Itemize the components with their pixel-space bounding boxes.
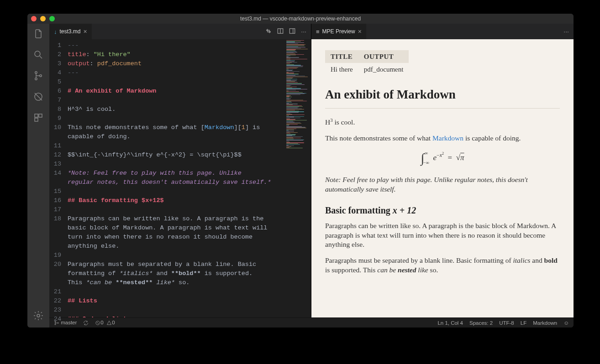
line-gutter: 123456789101112131415161718192021222324	[49, 39, 68, 317]
svg-point-0	[35, 51, 40, 57]
editor-tab-actions: ···	[265, 24, 311, 39]
activity-bar	[27, 24, 49, 328]
preview-paragraph: This note demonstrates some of what Mark…	[325, 134, 560, 143]
minimize-window-button[interactable]	[40, 16, 46, 21]
markdown-preview-pane[interactable]: TITLE OUTPUT Hi there pdf_document An ex…	[311, 39, 574, 317]
svg-line-1	[40, 56, 42, 58]
settings-gear-icon[interactable]	[33, 310, 44, 323]
explorer-icon[interactable]	[33, 28, 44, 41]
code-editor[interactable]: 123456789101112131415161718192021222324 …	[49, 39, 311, 317]
search-icon[interactable]	[33, 49, 44, 62]
sync-icon[interactable]	[83, 320, 89, 326]
more-actions-icon[interactable]: ···	[301, 28, 306, 35]
preview-paragraph: Paragraphs must be separated by a blank …	[325, 256, 560, 275]
errors-warnings-status[interactable]: 0 0	[95, 320, 115, 326]
titlebar[interactable]: test3.md — vscode-markdown-preview-enhan…	[27, 14, 574, 24]
tab-label: test3.md	[60, 28, 81, 35]
encoding-status[interactable]: UTF-8	[499, 320, 514, 326]
divider	[325, 108, 560, 109]
cursor-position-status[interactable]: Ln 1, Col 4	[437, 320, 463, 326]
traffic-lights	[31, 16, 55, 21]
svg-point-16	[55, 324, 56, 325]
indentation-status[interactable]: Spaces: 2	[469, 320, 493, 326]
svg-rect-13	[290, 28, 295, 33]
compare-changes-icon[interactable]	[265, 28, 272, 36]
preview-tab-group: ≡ MPE Preview × ···	[311, 24, 574, 39]
code-content[interactable]: ---title: "Hi there"output: pdf_document…	[68, 39, 285, 317]
extensions-icon[interactable]	[33, 112, 44, 125]
preview-tab-actions: ···	[563, 24, 574, 39]
source-control-icon[interactable]	[33, 70, 44, 83]
svg-rect-7	[35, 114, 38, 117]
markdown-file-icon: ↓	[54, 28, 57, 35]
math-display: ∫∞−∞ e−x2 = √π	[325, 150, 560, 167]
split-editor-icon[interactable]	[289, 28, 295, 36]
language-mode-status[interactable]: Markdown	[533, 320, 557, 326]
eol-status[interactable]: LF	[521, 320, 526, 326]
preview-paragraph: H3 is cool.	[325, 117, 560, 127]
content-area: 123456789101112131415161718192021222324 …	[49, 39, 574, 317]
svg-rect-9	[35, 118, 38, 121]
feedback-smiley-icon[interactable]: ☺	[563, 320, 569, 326]
preview-h2: Basic formatting x + 12	[325, 204, 560, 217]
table-cell: pdf_document	[358, 63, 409, 76]
tab-bars: ↓ test3.md × ··· ≡ MPE Preview	[49, 24, 574, 39]
tab-test3-md[interactable]: ↓ test3.md ×	[49, 24, 92, 39]
svg-point-4	[40, 75, 42, 77]
table-header: OUTPUT	[358, 50, 409, 63]
open-preview-side-icon[interactable]	[277, 28, 284, 36]
close-window-button[interactable]	[31, 16, 37, 21]
tab-label: MPE Preview	[322, 28, 355, 35]
minimap[interactable]	[285, 39, 311, 317]
svg-point-2	[35, 72, 37, 73]
preview-paragraph: Paragraphs can be written like so. A par…	[325, 221, 560, 250]
window-title: test3.md — vscode-markdown-preview-enhan…	[240, 16, 361, 22]
table-header: TITLE	[325, 50, 358, 63]
vscode-window: test3.md — vscode-markdown-preview-enhan…	[27, 14, 574, 328]
preview-note: Note: Feel free to play with this page. …	[325, 175, 560, 194]
svg-point-3	[35, 78, 37, 80]
close-tab-icon[interactable]: ×	[84, 28, 87, 35]
markdown-link[interactable]: Markdown	[432, 134, 463, 142]
debug-icon[interactable]	[33, 91, 44, 104]
tab-mpe-preview[interactable]: ≡ MPE Preview ×	[311, 24, 366, 39]
maximize-window-button[interactable]	[49, 16, 55, 21]
close-tab-icon[interactable]: ×	[358, 28, 362, 35]
status-bar: master 0 0 Ln 1, Col 4 Spaces: 2 UTF-8 L…	[49, 317, 574, 328]
preview-icon: ≡	[316, 28, 320, 35]
more-actions-icon[interactable]: ···	[563, 28, 569, 35]
editor-tab-group: ↓ test3.md × ···	[49, 24, 311, 39]
svg-point-10	[37, 314, 40, 317]
svg-rect-8	[39, 114, 42, 117]
table-cell: Hi there	[325, 63, 358, 76]
preview-h1: An exhibit of Markdown	[325, 86, 560, 103]
frontmatter-table: TITLE OUTPUT Hi there pdf_document	[325, 50, 409, 76]
svg-line-19	[97, 322, 99, 324]
